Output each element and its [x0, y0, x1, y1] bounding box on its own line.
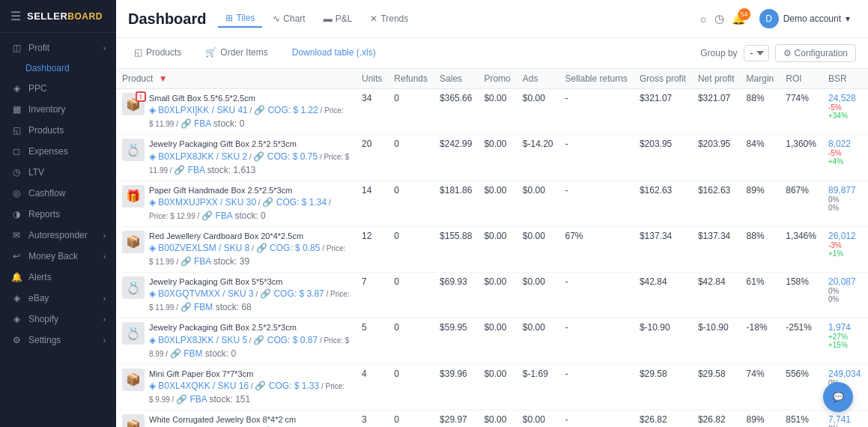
cell-gross-profit: $203.95: [634, 135, 692, 181]
bsr-change2: 0%: [828, 295, 861, 303]
product-fulfillment-link[interactable]: 🔗 FBA: [180, 256, 211, 267]
product-sku-link[interactable]: ◈ B0XLPX8JKK / SKU 5: [149, 335, 247, 345]
product-fulfillment-link[interactable]: 🔗 FBA: [201, 211, 232, 221]
clock-icon[interactable]: ○: [700, 13, 707, 25]
notification-count: 54: [738, 8, 750, 20]
sidebar-item-autoresponder[interactable]: ✉Autoresponder ›: [0, 225, 116, 246]
cell-ads: $-14.20: [517, 135, 559, 181]
product-fulfillment-link[interactable]: 🔗 FBA: [176, 394, 207, 405]
cell-margin: 61%: [741, 273, 780, 318]
sidebar-item-moneyback[interactable]: ↩Money Back ›: [0, 246, 116, 267]
cell-margin: -18%: [741, 318, 780, 364]
product-fulfillment-link[interactable]: 🔗 FBM: [170, 348, 203, 359]
chat-button[interactable]: 💬: [823, 382, 853, 412]
download-label[interactable]: Download table (.xls): [292, 47, 376, 58]
sidebar-item-ebay[interactable]: ◈eBay ›: [0, 288, 116, 309]
download-link[interactable]: Download table (.xls): [286, 44, 382, 62]
cell-promo: $0.00: [478, 364, 516, 410]
cell-net-profit: $29.58: [692, 364, 741, 410]
cell-sellable: -: [559, 89, 633, 135]
product-cell: 💍 Jewelry Packaging Gift Box 2.5*2.5*3cm…: [116, 135, 356, 181]
product-sku-link[interactable]: ◈ B0XGQTVMXX / SKU 3: [149, 288, 254, 299]
product-thumbnail: 📦: [122, 231, 145, 253]
group-by-select[interactable]: -: [744, 45, 769, 61]
product-info: Paper Gift Handmade Box 2.5*2.5*3cm ◈ B0…: [149, 185, 350, 222]
col-margin: Margin: [741, 69, 780, 89]
tab-trends[interactable]: ✕ Trends: [362, 10, 416, 28]
alert-badge: !: [136, 91, 146, 102]
product-fulfillment-link[interactable]: 🔗 FBA: [180, 118, 211, 129]
sidebar-item-shopify[interactable]: ◈Shopify ›: [0, 309, 116, 330]
sidebar-item-profit[interactable]: ◫Profit ›: [0, 37, 116, 58]
sidebar-item-dashboard[interactable]: Dashboard: [0, 58, 116, 78]
cell-units: 20: [356, 135, 388, 181]
inventory-icon: ▦: [10, 104, 22, 115]
cell-gross-profit: $137.34: [634, 226, 692, 272]
product-fulfillment-link[interactable]: 🔗 FBA: [174, 165, 204, 175]
hamburger-icon[interactable]: ☰: [10, 9, 21, 23]
cell-roi: 867%: [780, 181, 822, 226]
product-fulfillment-link[interactable]: 🔗 FBM: [180, 302, 213, 312]
config-icon: ⚙: [783, 48, 792, 58]
table-row: 🎁 Paper Gift Handmade Box 2.5*2.5*3cm ◈ …: [116, 181, 868, 226]
autoresponder-icon: ✉: [10, 230, 22, 240]
tab-products[interactable]: ◱ Products: [128, 44, 187, 62]
product-name: Small Gift Box 5.5*6.5*2.5cm: [149, 93, 350, 103]
tab-chart[interactable]: ∿ Chart: [265, 10, 312, 28]
product-cog-link[interactable]: 🔗 COG: $ 1.22: [254, 105, 318, 115]
product-meta: ◈ B0XLPX8JKK / SKU 2 / 🔗 COG: $ 0.75 / P…: [149, 150, 350, 177]
product-stock: stock: 0: [232, 211, 266, 221]
sidebar-item-settings[interactable]: ⚙Settings ›: [0, 330, 116, 351]
sidebar-item-expenses[interactable]: ◻Expenses: [0, 141, 116, 162]
sidebar-item-cashflow[interactable]: ◎Cashflow: [0, 183, 116, 204]
sidebar-label-dashboard: Dashboard: [25, 63, 70, 73]
sidebar-item-ltv[interactable]: ◷LTV: [0, 162, 116, 183]
bsr-change1: 0%: [828, 196, 861, 204]
cell-bsr: 1,974 +27% +15%: [822, 318, 867, 364]
sidebar-item-alerts[interactable]: 🔔Alerts: [0, 267, 116, 288]
cell-gross-profit: $321.07: [634, 89, 692, 135]
tab-products-label: Products: [146, 47, 181, 58]
sidebar-item-inventory[interactable]: ▦Inventory: [0, 99, 116, 120]
user-menu[interactable]: D Demo account ▾: [753, 6, 856, 31]
product-sku-link[interactable]: ◈ B0XMXUJPXX / SKU 30: [149, 197, 256, 208]
filter-icon[interactable]: ▼: [159, 73, 168, 84]
product-cog-link[interactable]: 🔗 COG: $ 1.33: [255, 381, 319, 391]
sidebar-label-expenses: Expenses: [28, 146, 68, 157]
product-sku-link[interactable]: ◈ B00ZVEXLSM / SKU 8: [149, 243, 249, 253]
sidebar-item-ppc[interactable]: ◈PPC: [0, 78, 116, 99]
user-label: Demo account: [783, 13, 841, 24]
sidebar-item-products[interactable]: ◱Products: [0, 120, 116, 141]
sidebar-label-profit: Profit: [28, 43, 49, 53]
product-sku-link[interactable]: ◈ B0XLPX8JKK / SKU 2: [149, 151, 247, 162]
product-cog-link[interactable]: 🔗 COG: $ 0.75: [253, 151, 318, 162]
product-sku-link[interactable]: ◈ B0XL4XQKK / SKU 16: [149, 381, 249, 391]
tab-pnl[interactable]: ▬ P&L: [316, 10, 360, 28]
trends-icon: ✕: [370, 13, 377, 24]
tiles-icon: ⊞: [225, 13, 233, 23]
tab-tiles-label: Tiles: [236, 13, 255, 23]
product-name: Jewelry Packaging Gift Box 5*5*3cm: [149, 276, 350, 287]
product-thumbnail: 💍: [122, 322, 145, 345]
alerts-icon: 🔔: [10, 272, 22, 282]
sidebar-label-settings: Settings: [28, 335, 61, 345]
product-cog-link[interactable]: 🔗 COG: $ 1.34: [262, 197, 327, 208]
product-stock: stock: 0: [211, 118, 245, 129]
tab-order-items-label: Order Items: [220, 47, 267, 58]
config-label: Configuration: [795, 48, 848, 58]
sidebar-logo[interactable]: ☰ SELLERBOARD: [0, 0, 116, 33]
notification-bell[interactable]: 🔔 54: [732, 12, 746, 25]
product-sku-link[interactable]: ◈ B0XLPXI]KK / SKU 41: [149, 105, 248, 115]
col-product: Product ▼: [116, 69, 356, 89]
history-icon[interactable]: ◷: [714, 12, 724, 25]
tab-tiles[interactable]: ⊞ Tiles: [218, 10, 262, 28]
cell-promo: $0.00: [478, 411, 516, 427]
configuration-button[interactable]: ⚙ Configuration: [775, 44, 856, 62]
product-info: Jewelry Packaging Gift Box 2.5*2.5*3cm ◈…: [149, 322, 350, 360]
product-cog-link[interactable]: 🔗 COG: $ 0.85: [256, 243, 321, 253]
sidebar-item-reports[interactable]: ◑Reports: [0, 204, 116, 225]
product-cog-link[interactable]: 🔗 COG: $ 0.87: [253, 335, 318, 345]
cell-ads: $0.00: [517, 273, 559, 318]
tab-order-items[interactable]: 🛒 Order Items: [199, 44, 273, 62]
product-cog-link[interactable]: 🔗 COG: $ 3.87: [260, 288, 324, 299]
